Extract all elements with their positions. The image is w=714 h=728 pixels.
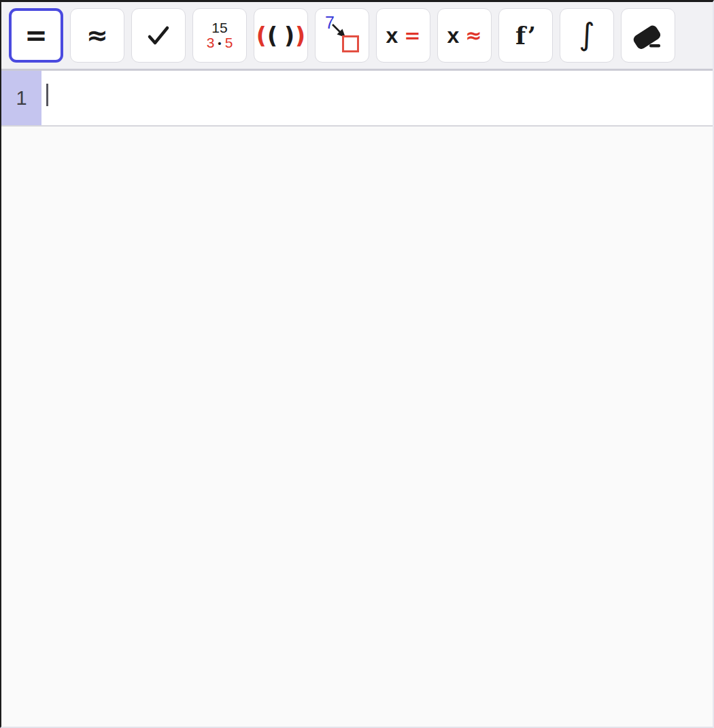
outer-left-paren: (	[256, 24, 267, 47]
cas-empty-area[interactable]	[1, 127, 713, 728]
cas-window: = ≈ 15 3 • 5 ( ( )	[0, 0, 714, 728]
factor-right-number: 5	[225, 35, 233, 50]
factor-top-number: 15	[211, 20, 227, 35]
solve-numerically-button[interactable]: x ≈	[437, 8, 492, 63]
solve-x: x	[386, 24, 398, 46]
nsolve-approx: ≈	[465, 26, 481, 46]
nsolve-glyph: x ≈	[447, 24, 481, 46]
cas-row: 1	[1, 71, 713, 127]
factor-left-number: 3	[207, 35, 215, 50]
cas-toolbar: = ≈ 15 3 • 5 ( ( )	[1, 2, 713, 71]
solve-button[interactable]: x =	[376, 8, 430, 63]
derivative-button[interactable]: f’	[498, 8, 553, 63]
approximate-button[interactable]: ≈	[70, 8, 124, 63]
evaluate-button[interactable]: =	[9, 8, 63, 63]
approx-glyph: ≈	[86, 22, 108, 48]
nsolve-x: x	[447, 24, 459, 46]
inner-left-paren: (	[267, 24, 277, 47]
factor-glyph: 15 3 • 5	[207, 20, 233, 50]
derivative-glyph: f’	[515, 24, 536, 48]
equals-glyph: =	[24, 22, 48, 49]
factor-button[interactable]: 15 3 • 5	[192, 8, 247, 63]
factor-bottom-row: 3 • 5	[207, 35, 233, 50]
row-number-cell[interactable]: 1	[1, 71, 41, 125]
expand-button[interactable]: ( ( ) )	[254, 8, 308, 63]
substitute-button[interactable]: 7	[315, 8, 369, 63]
delete-button[interactable]	[621, 8, 675, 63]
eraser-icon	[632, 20, 664, 50]
checkmark-icon	[146, 24, 171, 46]
integral-button[interactable]: ∫	[560, 8, 614, 63]
keep-input-button[interactable]	[131, 8, 186, 63]
substitute-target-box	[342, 35, 359, 52]
solve-glyph: x =	[386, 24, 420, 46]
multiplication-dot: •	[218, 38, 221, 48]
expand-glyph: ( ( ) )	[256, 24, 305, 47]
solve-equals: =	[404, 26, 420, 46]
substitute-glyph: 7	[323, 16, 361, 54]
text-caret	[46, 84, 48, 106]
outer-right-paren: )	[295, 24, 305, 47]
cas-input-field[interactable]	[41, 71, 713, 125]
inner-right-paren: )	[284, 24, 294, 47]
integral-glyph: ∫	[579, 19, 594, 50]
